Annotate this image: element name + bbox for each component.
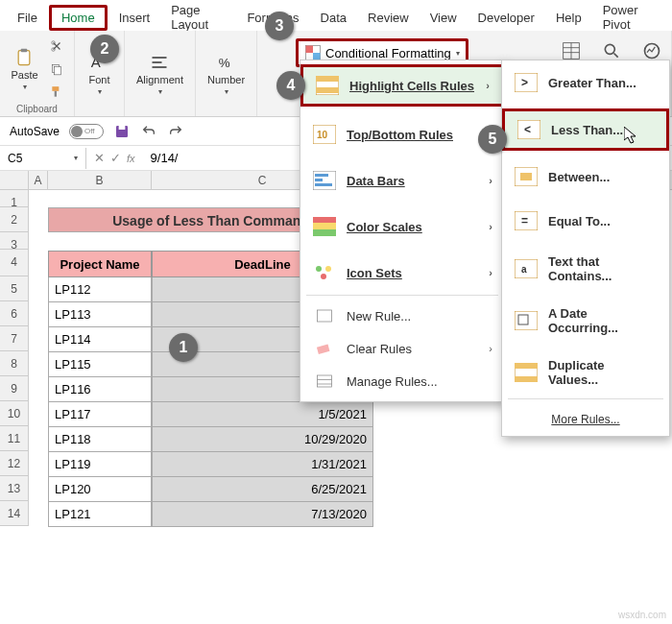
cell-project[interactable]: LP117 xyxy=(48,402,152,427)
cell-project[interactable]: LP115 xyxy=(48,352,152,377)
cell-deadline[interactable]: 7/13/2020 xyxy=(152,502,373,527)
cell-project[interactable]: LP121 xyxy=(48,502,152,527)
tab-home[interactable]: Home xyxy=(49,5,108,31)
svg-rect-41 xyxy=(520,173,532,180)
row-header[interactable]: 2 xyxy=(0,207,29,232)
ribbon-tabs: File Home Insert Page Layout Formulas Da… xyxy=(0,0,672,31)
tab-insert[interactable]: Insert xyxy=(109,5,160,31)
menu-duplicate-values[interactable]: Duplicate Values... xyxy=(502,350,669,395)
enter-icon[interactable]: ✓ xyxy=(110,151,121,165)
duplicate-icon xyxy=(514,362,539,383)
row-header[interactable]: 10 xyxy=(0,401,29,426)
tab-review[interactable]: Review xyxy=(358,5,419,31)
cell-deadline[interactable]: 1/31/2021 xyxy=(152,452,373,477)
row-header[interactable]: 5 xyxy=(0,276,29,301)
cell-deadline[interactable]: 1/5/2021 xyxy=(152,402,373,427)
highlight-cells-submenu: > Greater Than... < Less Than... Between… xyxy=(501,60,670,437)
new-rule-icon xyxy=(312,305,337,326)
row-header[interactable]: 13 xyxy=(0,476,29,501)
row-header[interactable]: 1 xyxy=(0,190,29,207)
svg-rect-7 xyxy=(54,91,56,97)
chevron-right-icon: › xyxy=(489,267,492,278)
iconsets-icon xyxy=(312,262,337,283)
row-header[interactable]: 7 xyxy=(0,326,29,351)
col-header[interactable]: B xyxy=(48,171,152,189)
menu-clear-rules[interactable]: Clear Rules › xyxy=(300,332,504,365)
save-button[interactable] xyxy=(113,123,131,140)
alignment-group[interactable]: Alignment▾ xyxy=(132,51,187,98)
table-row[interactable]: LP1171/5/2021 xyxy=(48,402,373,427)
cell-project[interactable]: LP114 xyxy=(48,327,152,352)
table-row[interactable]: LP1217/13/2020 xyxy=(48,502,373,527)
svg-rect-34 xyxy=(317,345,330,354)
align-icon xyxy=(150,53,169,72)
row-header[interactable]: 4 xyxy=(0,250,29,276)
svg-rect-11 xyxy=(306,46,314,54)
cell-project[interactable]: LP120 xyxy=(48,477,152,502)
svg-point-32 xyxy=(321,274,326,279)
conditional-formatting-menu: Highlight Cells Rules › 10 Top/Bottom Ru… xyxy=(300,60,505,402)
menu-data-bars[interactable]: Data Bars › xyxy=(300,162,504,199)
autosave-toggle[interactable]: Off xyxy=(69,124,104,139)
svg-rect-19 xyxy=(316,76,339,82)
cell-project[interactable]: LP116 xyxy=(48,377,152,402)
row-header[interactable]: 9 xyxy=(0,376,29,401)
row-header[interactable]: 3 xyxy=(0,232,29,250)
row-header[interactable]: 14 xyxy=(0,501,29,526)
fx-button[interactable]: fx xyxy=(127,153,135,164)
row-header[interactable]: 6 xyxy=(0,301,29,326)
find-button[interactable] xyxy=(601,40,622,61)
row-header[interactable]: 8 xyxy=(0,351,29,376)
menu-highlight-cells-rules[interactable]: Highlight Cells Rules › xyxy=(300,64,504,107)
number-group[interactable]: % Number▾ xyxy=(204,51,249,98)
cell-project[interactable]: LP118 xyxy=(48,427,152,452)
menu-new-rule[interactable]: New Rule... xyxy=(300,300,504,332)
menu-more-rules[interactable]: More Rules... xyxy=(502,403,669,432)
colorscales-icon xyxy=(312,216,337,237)
copy-button[interactable] xyxy=(46,59,67,80)
svg-text:10: 10 xyxy=(317,130,328,140)
paste-button[interactable]: Paste▾ xyxy=(7,46,41,93)
tab-file[interactable]: File xyxy=(8,5,47,31)
menu-greater-than[interactable]: > Greater Than... xyxy=(502,64,669,101)
tab-view[interactable]: View xyxy=(420,5,467,31)
menu-less-than[interactable]: < Less Than... xyxy=(502,108,669,151)
table-row[interactable]: LP11810/29/2020 xyxy=(48,427,373,452)
menu-between[interactable]: Between... xyxy=(502,158,669,195)
row-header[interactable]: 11 xyxy=(0,426,29,451)
undo-button[interactable] xyxy=(140,123,157,140)
format-painter-button[interactable] xyxy=(46,82,67,103)
menu-manage-rules[interactable]: Manage Rules... xyxy=(300,365,504,397)
analyze-button[interactable] xyxy=(641,40,662,61)
table-header-project[interactable]: Project Name xyxy=(48,251,152,277)
menu-text-contains[interactable]: a Text that Contains... xyxy=(502,247,669,291)
select-all-corner[interactable] xyxy=(0,171,29,189)
menu-color-scales[interactable]: Color Scales › xyxy=(300,208,504,245)
menu-date-occurring[interactable]: A Date Occurring... xyxy=(502,299,669,343)
svg-point-14 xyxy=(605,44,614,54)
cell-project[interactable]: LP113 xyxy=(48,302,152,327)
row-header[interactable]: 12 xyxy=(0,451,29,476)
tab-help[interactable]: Help xyxy=(546,5,591,31)
between-icon xyxy=(514,166,539,187)
svg-rect-24 xyxy=(315,174,328,177)
col-header[interactable]: A xyxy=(29,171,48,189)
table-row[interactable]: LP1206/25/2021 xyxy=(48,477,373,502)
cell-project[interactable]: LP112 xyxy=(48,277,152,302)
format-table-button[interactable] xyxy=(561,40,582,61)
menu-equal-to[interactable]: = Equal To... xyxy=(502,203,669,239)
svg-rect-35 xyxy=(318,375,332,387)
cancel-icon[interactable]: ✕ xyxy=(94,151,105,165)
formula-input[interactable]: 9/14/ xyxy=(151,151,179,165)
cell-project[interactable]: LP119 xyxy=(48,452,152,477)
redo-button[interactable] xyxy=(167,123,184,140)
cell-deadline[interactable]: 6/25/2021 xyxy=(152,477,373,502)
cell-deadline[interactable]: 10/29/2020 xyxy=(152,427,373,452)
menu-icon-sets[interactable]: Icon Sets › xyxy=(300,254,504,291)
name-box[interactable]: C5▾ xyxy=(0,148,86,169)
menu-top-bottom-rules[interactable]: 10 Top/Bottom Rules › xyxy=(300,116,504,153)
cut-button[interactable] xyxy=(46,36,67,57)
tab-developer[interactable]: Developer xyxy=(468,5,544,31)
tab-data[interactable]: Data xyxy=(311,5,356,31)
table-row[interactable]: LP1191/31/2021 xyxy=(48,452,373,477)
